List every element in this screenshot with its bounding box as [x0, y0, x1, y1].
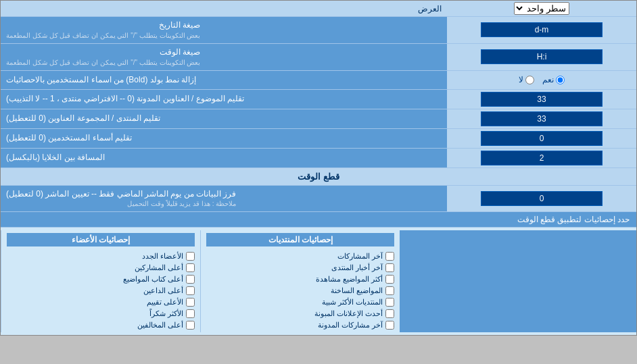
- checkbox-item: المنتديات الأكثر شبية: [206, 298, 394, 307]
- cb-hot-topics[interactable]: [385, 286, 394, 295]
- bold-remove-input-container: نعم لا: [447, 71, 636, 89]
- cb-most-viewed[interactable]: [385, 275, 394, 284]
- time-format-input[interactable]: [481, 49, 603, 64]
- cb-most-similar[interactable]: [385, 298, 394, 307]
- date-format-input-container: [447, 17, 636, 43]
- display-label: العرض: [1, 2, 447, 16]
- forum-address-input[interactable]: [481, 111, 603, 126]
- cb-top-violators[interactable]: [186, 321, 195, 330]
- cut-time-section-header: قطع الوقت: [1, 168, 636, 186]
- user-names-label: تقليم أسماء المستخدمين (0 للتعطيل): [1, 129, 447, 148]
- bold-remove-radio-group: نعم لا: [519, 75, 565, 84]
- radio-no-label[interactable]: لا: [519, 75, 534, 84]
- checkbox-item: أعلى الداعين: [7, 286, 195, 295]
- bold-remove-row: إزالة نمط بولد (Bold) من اسماء المستخدمي…: [1, 71, 636, 90]
- stats-right-label-col: [400, 230, 636, 332]
- date-format-row: صيغة التاريخ بعض التكوينات يتطلب "/" الت…: [1, 17, 636, 44]
- topic-address-row: تقليم الموضوع / العناوين المدونة (0 -- ا…: [1, 90, 636, 109]
- cut-time-input-container: [447, 186, 636, 212]
- member-stats-col: إحصائيات الأعضاء الأعضاء الجدد أعلى المش…: [1, 230, 200, 332]
- bold-remove-label: إزالة نمط بولد (Bold) من اسماء المستخدمي…: [1, 71, 447, 89]
- checkbox-item: أكثر المواضيع مشاهدة: [206, 275, 394, 284]
- cell-gap-input-container: [447, 149, 636, 167]
- radio-yes[interactable]: [556, 76, 565, 84]
- radio-no[interactable]: [525, 76, 534, 84]
- forum-address-input-container: [447, 109, 636, 128]
- checkbox-item: أعلى المخالفين: [7, 321, 195, 330]
- user-names-input[interactable]: [481, 131, 603, 146]
- time-format-input-container: [447, 44, 636, 70]
- checkbox-item: آخر المشاركات: [206, 252, 394, 261]
- topic-address-label: تقليم الموضوع / العناوين المدونة (0 -- ا…: [1, 90, 447, 109]
- cb-top-posters[interactable]: [186, 263, 195, 272]
- cb-latest-announcements[interactable]: [385, 309, 394, 318]
- checkbox-item: الأكثر شكراً: [7, 309, 195, 318]
- member-stats-header: إحصائيات الأعضاء: [7, 233, 195, 246]
- cb-top-rated[interactable]: [186, 298, 195, 307]
- cb-new-members[interactable]: [186, 252, 195, 261]
- cb-top-inviters[interactable]: [186, 286, 195, 295]
- cb-last-posts[interactable]: [385, 252, 394, 261]
- checkbox-item: آخر أخبار المنتدى: [206, 263, 394, 272]
- date-format-label: صيغة التاريخ بعض التكوينات يتطلب "/" الت…: [1, 17, 447, 43]
- topic-address-input-container: [447, 90, 636, 109]
- cb-most-thanked[interactable]: [186, 309, 195, 318]
- forum-address-label: تقليم المنتدى / المجموعة العناوين (0 للت…: [1, 109, 447, 128]
- checkbox-item: أحدث الإعلانات المبونة: [206, 309, 394, 318]
- cb-top-topic-writers[interactable]: [186, 275, 195, 284]
- user-names-input-container: [447, 129, 636, 148]
- cb-last-blog-posts[interactable]: [385, 321, 394, 330]
- display-select[interactable]: سطر واحدسطرينثلاثة أسطر: [514, 2, 569, 15]
- cell-gap-input[interactable]: [481, 151, 603, 165]
- stats-label-row: حدد إحصائيات لتطبيق قطع الوقت: [1, 212, 636, 228]
- forum-stats-col: إحصائيات المنتديات آخر المشاركات آخر أخب…: [200, 230, 400, 332]
- cut-time-row: فرز البيانات من يوم الماشر الماضي فقط --…: [1, 186, 636, 213]
- display-select-container: سطر واحدسطرينثلاثة أسطر: [447, 1, 636, 16]
- forum-stats-header: إحصائيات المنتديات: [206, 233, 394, 246]
- cut-time-input[interactable]: [481, 191, 603, 206]
- radio-yes-label[interactable]: نعم: [542, 75, 565, 84]
- checkbox-item: الأعضاء الجدد: [7, 252, 195, 261]
- cb-last-news[interactable]: [385, 263, 394, 272]
- user-names-row: تقليم أسماء المستخدمين (0 للتعطيل): [1, 129, 636, 149]
- forum-address-row: تقليم المنتدى / المجموعة العناوين (0 للت…: [1, 109, 636, 129]
- checkbox-item: الأعلى تقييم: [7, 298, 195, 307]
- checkboxes-grid: إحصائيات المنتديات آخر المشاركات آخر أخب…: [1, 228, 636, 335]
- checkbox-item: المواضيع الساخنة: [206, 286, 394, 295]
- cut-time-label: فرز البيانات من يوم الماشر الماضي فقط --…: [1, 186, 447, 212]
- time-format-label: صيغة الوقت بعض التكوينات يتطلب "/" التي …: [1, 44, 447, 70]
- cell-gap-row: المسافة بين الخلايا (بالبكسل): [1, 149, 636, 168]
- topic-address-input[interactable]: [481, 92, 603, 107]
- stats-label: حدد إحصائيات لتطبيق قطع الوقت: [517, 215, 630, 224]
- time-format-row: صيغة الوقت بعض التكوينات يتطلب "/" التي …: [1, 44, 636, 71]
- checkbox-item: أعلى المشاركين: [7, 263, 195, 272]
- cell-gap-label: المسافة بين الخلايا (بالبكسل): [1, 149, 447, 167]
- checkbox-item: آخر مشاركات المدونة: [206, 321, 394, 330]
- date-format-input[interactable]: [481, 22, 603, 37]
- checkbox-item: أعلى كتاب المواضيع: [7, 275, 195, 284]
